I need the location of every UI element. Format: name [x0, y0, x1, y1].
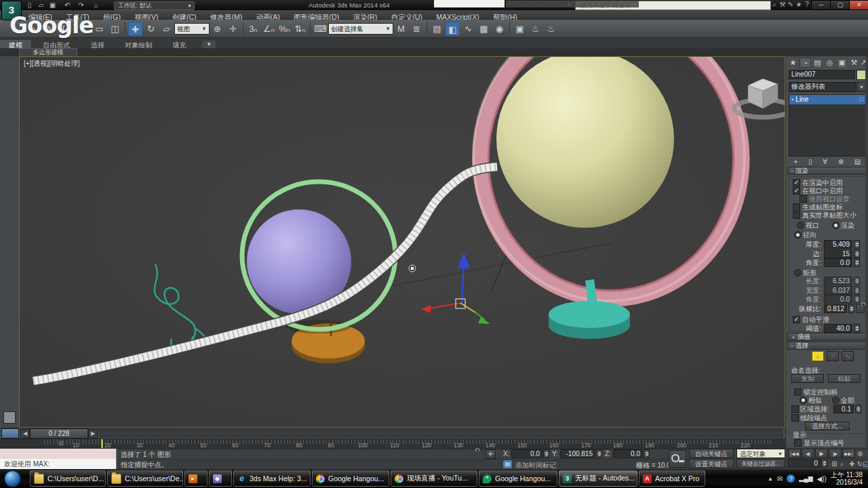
ribbon-minimize-icon[interactable]: ▼ — [202, 41, 216, 49]
pan-icon[interactable]: ✚ — [849, 460, 854, 468]
new-file-icon[interactable]: ▯ — [24, 1, 35, 9]
panel-scrollbar[interactable] — [865, 56, 868, 447]
taskbar-chrome-youtube[interactable]: 现场直播 - YouTu... — [391, 470, 477, 487]
curve-editor-icon[interactable]: ∿ — [461, 22, 475, 36]
taskbar-ie-help[interactable]: e 3ds Max Help: 3... — [233, 470, 311, 487]
checkbox-icon[interactable] — [793, 203, 800, 211]
thickness-field[interactable]: 5.409 — [824, 240, 852, 249]
segment-subobject-icon[interactable]: ∕ — [827, 351, 839, 361]
maxscript-mini-listener-white[interactable]: 欢迎使用 MAX: — [0, 459, 117, 469]
tray-expand-icon[interactable]: ▲ — [768, 476, 773, 482]
previous-frame-icon[interactable]: ◀ — [20, 429, 30, 439]
render-production-icon[interactable]: ♨ — [544, 22, 558, 36]
open-file-icon[interactable]: ▱ — [36, 1, 46, 9]
select-region-icon[interactable]: ▭ — [92, 22, 106, 36]
taskbar-3ds-max-active[interactable]: 3 无标题 - Autodes... — [559, 470, 637, 487]
z-spinner[interactable] — [644, 449, 650, 458]
x-spinner[interactable] — [543, 449, 549, 458]
time-tag-icon[interactable]: ▤ — [503, 460, 512, 468]
aspect-field[interactable]: 0.812 — [824, 304, 847, 313]
previous-key-icon[interactable]: ◀| — [802, 449, 814, 458]
tray-network-icon[interactable]: ▂▄▆ — [799, 475, 812, 482]
radio-icon[interactable] — [797, 222, 804, 229]
x-coordinate-field[interactable]: 0.0 — [511, 449, 542, 458]
set-key-button[interactable]: 设置关键点 — [689, 459, 734, 468]
taskbar-acrobat[interactable]: A Acrobat X Pro — [639, 470, 705, 487]
mirror-icon[interactable]: M — [394, 22, 408, 36]
frame-spinner[interactable] — [821, 459, 827, 468]
width-spinner[interactable] — [854, 286, 860, 295]
radio-selected-icon[interactable] — [832, 222, 840, 229]
maximize-button[interactable]: ▢ — [830, 0, 850, 10]
length-spinner[interactable] — [854, 277, 860, 285]
width-field[interactable]: 6.037 — [824, 286, 852, 295]
select-manipulate-icon[interactable]: ✛ — [226, 22, 240, 36]
material-editor-icon[interactable]: ◉ — [492, 22, 507, 36]
go-to-end-icon[interactable]: ▶▶| — [842, 449, 855, 458]
remove-modifier-icon[interactable]: ⊗ — [838, 158, 844, 167]
minimize-button[interactable]: ─ — [811, 0, 831, 10]
pin-stack-icon[interactable]: ⌖ — [794, 158, 798, 167]
align-icon[interactable]: ≣ — [410, 22, 424, 36]
rollout-rendering[interactable]: − 渲染 — [787, 167, 867, 175]
angle-field[interactable]: 0.0 — [824, 258, 852, 267]
checkbox-icon[interactable] — [793, 211, 800, 219]
spinner-snap-icon[interactable]: ⇅ₙ — [293, 22, 307, 36]
length-field[interactable]: 6.523 — [824, 277, 852, 285]
schematic-view-icon[interactable]: ▦ — [477, 22, 491, 36]
star-icon[interactable]: ★ — [795, 1, 803, 8]
time-slider-handle[interactable]: 0 / 228 — [30, 428, 88, 439]
tab-display-icon[interactable]: ▣ — [836, 58, 848, 68]
stack-item-line[interactable]: ▪ Line ∷ — [789, 95, 865, 104]
tab-create-icon[interactable]: ★ — [787, 58, 799, 68]
configure-modifier-sets-icon[interactable]: ▤ — [854, 158, 861, 167]
keyboard-shortcut-override-icon[interactable]: ⌨ — [313, 22, 328, 36]
tab-utilities-icon[interactable]: ⚒ — [848, 58, 860, 68]
modifier-stack[interactable]: ▪ Line ∷ — [789, 94, 866, 157]
threshold-spinner[interactable] — [854, 324, 860, 333]
checkbox-checked-icon[interactable] — [793, 179, 800, 186]
time-slider-track[interactable] — [99, 429, 783, 437]
pen-icon[interactable]: ✎ — [787, 1, 795, 8]
absolute-offset-mode-icon[interactable]: ✛ — [486, 449, 496, 459]
rollout-interpolation[interactable]: ＋ 插值 — [787, 333, 867, 341]
copy-button[interactable]: 复制 — [791, 374, 824, 383]
project-folder-icon[interactable]: ⌂ — [91, 1, 101, 9]
taskbar-media-player[interactable]: ▸ — [184, 470, 208, 487]
play-icon[interactable]: ▶ — [815, 449, 828, 458]
current-frame-marker[interactable] — [100, 439, 104, 449]
paste-button[interactable]: 粘贴 — [828, 374, 861, 383]
search-icon[interactable]: ⌕ — [770, 1, 778, 9]
zoom-icon[interactable]: ⌕ — [840, 460, 844, 468]
perspective-viewport[interactable]: [+][透视][明暗处理] — [19, 56, 785, 428]
taskbar-folder-2[interactable]: C:\Users\user\De... — [107, 470, 183, 487]
area-selection-spinner[interactable] — [855, 405, 861, 413]
set-keys-key-icon[interactable] — [669, 450, 686, 468]
checkbox-checked-icon[interactable] — [793, 316, 800, 323]
angle-spinner[interactable] — [854, 258, 860, 267]
angle2-field[interactable]: 0.0 — [824, 295, 852, 304]
named-selection-sets-dropdown[interactable]: 创建选择集▼ — [328, 23, 393, 35]
show-end-result-icon[interactable]: ▯ — [808, 158, 812, 167]
angle2-spinner[interactable] — [854, 295, 860, 304]
current-frame-field[interactable]: 0 — [788, 459, 821, 468]
snap-toggle-3d-icon[interactable]: 3ₙ — [246, 22, 260, 36]
time-slider-mini-button[interactable] — [1, 428, 19, 439]
layer-manager-icon[interactable]: ▤ — [430, 22, 444, 36]
sides-field[interactable]: 15 — [824, 249, 852, 258]
use-pivot-center-icon[interactable]: ⊕ — [210, 22, 224, 36]
y-coordinate-field[interactable]: -100.815 — [560, 449, 595, 458]
vertex-subobject-icon[interactable]: ∴ — [812, 351, 824, 361]
taskbar-kmplayer[interactable]: ◆ — [209, 470, 232, 487]
key-filters-button[interactable]: 关键点过滤器... — [736, 459, 785, 468]
checkbox-icon[interactable] — [791, 414, 799, 422]
checkbox-icon[interactable] — [794, 388, 802, 396]
tray-help-icon[interactable]: ? — [787, 474, 795, 483]
tab-motion-icon[interactable]: ◎ — [824, 58, 835, 68]
tray-clock[interactable]: 上午 11:38 2016/3/4 — [831, 471, 867, 487]
polygon-modeling-panel[interactable]: 多边形建模 — [19, 48, 77, 56]
start-button[interactable] — [4, 470, 21, 487]
selection-set-dropdown[interactable]: 选定对象▼ — [736, 449, 785, 458]
thickness-spinner[interactable] — [854, 240, 860, 249]
sides-spinner[interactable] — [854, 249, 860, 258]
